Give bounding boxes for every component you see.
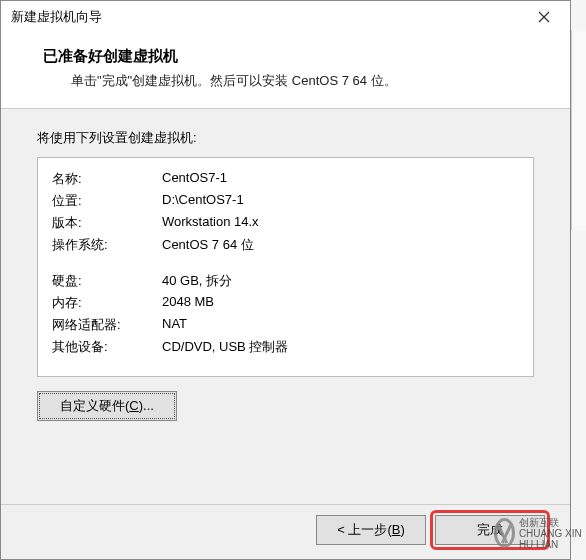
settings-intro: 将使用下列设置创建虚拟机: <box>37 129 534 147</box>
row-label: 网络适配器: <box>52 314 162 336</box>
summary-table: 名称: CentOS7-1 位置: D:\CentOS7-1 版本: Works… <box>52 168 288 358</box>
row-label: 版本: <box>52 212 162 234</box>
table-row: 位置: D:\CentOS7-1 <box>52 190 288 212</box>
row-value: CD/DVD, USB 控制器 <box>162 336 288 358</box>
row-value: CentOS 7 64 位 <box>162 234 288 256</box>
back-button[interactable]: < 上一步(B) <box>316 515 426 545</box>
row-label: 位置: <box>52 190 162 212</box>
row-label: 名称: <box>52 168 162 190</box>
row-label: 操作系统: <box>52 234 162 256</box>
table-row: 网络适配器: NAT <box>52 314 288 336</box>
background-edge <box>571 30 586 230</box>
header-section: 已准备好创建虚拟机 单击"完成"创建虚拟机。然后可以安装 CentOS 7 64… <box>1 33 570 109</box>
row-label: 硬盘: <box>52 270 162 292</box>
row-label: 内存: <box>52 292 162 314</box>
row-value: NAT <box>162 314 288 336</box>
table-row: 名称: CentOS7-1 <box>52 168 288 190</box>
row-label: 其他设备: <box>52 336 162 358</box>
row-value: CentOS7-1 <box>162 168 288 190</box>
header-subtext: 单击"完成"创建虚拟机。然后可以安装 CentOS 7 64 位。 <box>71 72 540 90</box>
customize-hardware-button[interactable]: 自定义硬件(C)... <box>37 391 177 421</box>
table-row: 硬盘: 40 GB, 拆分 <box>52 270 288 292</box>
table-row: 操作系统: CentOS 7 64 位 <box>52 234 288 256</box>
window-title: 新建虚拟机向导 <box>11 8 102 26</box>
header-heading: 已准备好创建虚拟机 <box>43 47 540 66</box>
close-icon <box>538 11 550 23</box>
body-section: 将使用下列设置创建虚拟机: 名称: CentOS7-1 位置: D:\CentO… <box>1 109 570 509</box>
finish-highlight: 完成 <box>430 510 550 550</box>
row-value: D:\CentOS7-1 <box>162 190 288 212</box>
table-row: 其他设备: CD/DVD, USB 控制器 <box>52 336 288 358</box>
table-row: 内存: 2048 MB <box>52 292 288 314</box>
summary-box: 名称: CentOS7-1 位置: D:\CentOS7-1 版本: Works… <box>37 157 534 377</box>
close-button[interactable] <box>524 3 564 31</box>
row-value: Workstation 14.x <box>162 212 288 234</box>
wizard-dialog: 新建虚拟机向导 已准备好创建虚拟机 单击"完成"创建虚拟机。然后可以安装 Cen… <box>0 0 571 560</box>
footer-section: < 上一步(B) 完成 <box>1 504 570 559</box>
finish-button[interactable]: 完成 <box>435 515 545 545</box>
row-value: 40 GB, 拆分 <box>162 270 288 292</box>
titlebar: 新建虚拟机向导 <box>1 1 570 33</box>
table-row: 版本: Workstation 14.x <box>52 212 288 234</box>
row-value: 2048 MB <box>162 292 288 314</box>
